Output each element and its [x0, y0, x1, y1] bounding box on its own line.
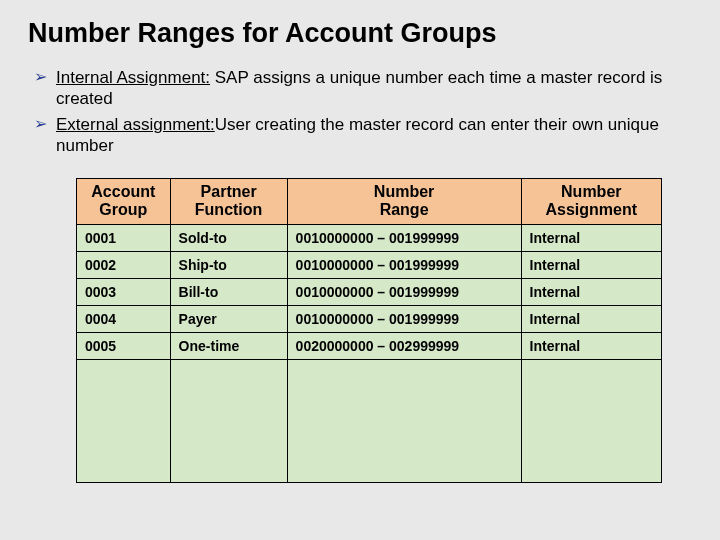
table-row: 0004 Payer 0010000000 – 001999999 Intern… [77, 305, 662, 332]
cell-func: Payer [170, 305, 287, 332]
cell-range: 0020000000 – 002999999 [287, 332, 521, 359]
col-number-range: NumberRange [287, 179, 521, 225]
cell-range: 0010000000 – 001999999 [287, 251, 521, 278]
cell-assign: Internal [521, 305, 661, 332]
cell-func: One-time [170, 332, 287, 359]
list-item: Internal Assignment: SAP assigns a uniqu… [34, 67, 692, 110]
table-empty-space [77, 359, 662, 482]
bullet-list: Internal Assignment: SAP assigns a uniqu… [34, 67, 692, 156]
bullet-term: Internal Assignment: [56, 68, 210, 87]
cell-group: 0003 [77, 278, 171, 305]
cell-func: Sold-to [170, 224, 287, 251]
list-item: External assignment:User creating the ma… [34, 114, 692, 157]
page-title: Number Ranges for Account Groups [28, 18, 692, 49]
col-number-assignment: NumberAssignment [521, 179, 661, 225]
cell-func: Bill-to [170, 278, 287, 305]
cell-group: 0005 [77, 332, 171, 359]
table-header-row: AccountGroup PartnerFunction NumberRange… [77, 179, 662, 225]
cell-assign: Internal [521, 251, 661, 278]
cell-range: 0010000000 – 001999999 [287, 224, 521, 251]
bullet-term: External assignment: [56, 115, 215, 134]
cell-group: 0004 [77, 305, 171, 332]
table-row: 0001 Sold-to 0010000000 – 001999999 Inte… [77, 224, 662, 251]
cell-range: 0010000000 – 001999999 [287, 305, 521, 332]
col-account-group: AccountGroup [77, 179, 171, 225]
cell-range: 0010000000 – 001999999 [287, 278, 521, 305]
col-partner-function: PartnerFunction [170, 179, 287, 225]
number-range-table: AccountGroup PartnerFunction NumberRange… [76, 178, 662, 483]
table-row: 0002 Ship-to 0010000000 – 001999999 Inte… [77, 251, 662, 278]
cell-assign: Internal [521, 224, 661, 251]
cell-func: Ship-to [170, 251, 287, 278]
cell-group: 0001 [77, 224, 171, 251]
cell-assign: Internal [521, 278, 661, 305]
table-row: 0005 One-time 0020000000 – 002999999 Int… [77, 332, 662, 359]
cell-assign: Internal [521, 332, 661, 359]
cell-group: 0002 [77, 251, 171, 278]
table-row: 0003 Bill-to 0010000000 – 001999999 Inte… [77, 278, 662, 305]
